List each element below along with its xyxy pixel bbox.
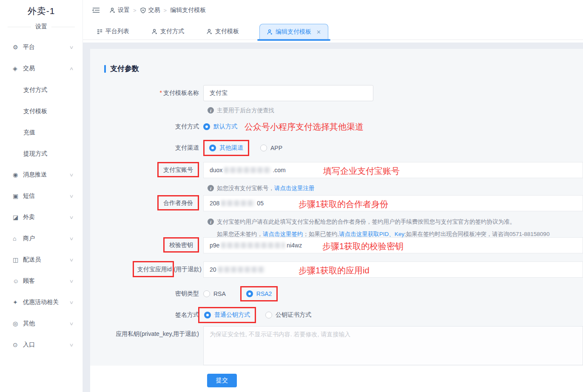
info-icon: i	[208, 219, 214, 225]
private-key-textarea[interactable]: 为保证安全性, 不显示证书内容. 若要修改, 请直接输入	[203, 326, 583, 365]
sign-contract-link[interactable]: 请点击这里签约	[263, 231, 303, 237]
sidebar-item-platform[interactable]: ⚙平台∨	[0, 37, 82, 58]
annotation-check-key: 步骤1获取的校验密钥	[322, 241, 404, 252]
pay-channel-label: 支付渠道	[90, 144, 203, 152]
annotation-pay-channel-tip: 公众号小程序支付选择其他渠道	[245, 121, 364, 133]
info-icon: i	[208, 107, 214, 114]
sidebar-item-trade[interactable]: ◈交易∧	[0, 58, 82, 79]
sidebar-item-courier[interactable]: ◫配送员∨	[0, 249, 82, 270]
redacted-text	[218, 267, 265, 273]
sidebar: 外卖-1 设置 ⚙平台∨◈交易∧支付方式支付模板充值提现方式◉消息推送∨▣短信∨…	[0, 0, 83, 392]
chevron-up-icon: ∧	[69, 66, 74, 71]
partner-id-hint: i 支付宝签约用户请在此处填写支付宝分配给您的合作者身份，签约用户的手续费按照您…	[208, 216, 574, 240]
pay-method-option-default[interactable]: 默认方式	[203, 123, 237, 131]
template-name-label: 支付模板名称	[90, 89, 203, 97]
entrance-icon: ⊙	[13, 341, 23, 348]
sign-type-option-public[interactable]: 普通公钥方式	[198, 307, 256, 323]
key-type-label: 密钥类型	[90, 290, 203, 298]
sign-type-option-cert[interactable]: 公钥证书方式	[265, 311, 311, 319]
menu-fold-icon[interactable]	[92, 7, 100, 14]
breadcrumb-item-0[interactable]: 设置	[109, 6, 130, 14]
sidebar-subitem-trade-3[interactable]: 提现方式	[0, 143, 82, 164]
section-accent-bar	[104, 65, 106, 73]
template-name-input[interactable]: 支付宝	[203, 85, 373, 101]
chevron-down-icon: ∨	[69, 278, 74, 284]
promotion-icon: ✦	[13, 299, 23, 306]
chevron-down-icon: ∨	[69, 300, 74, 305]
app-id-label: 支付宝应用id	[133, 261, 174, 277]
sidebar-subitem-trade-0[interactable]: 支付方式	[0, 79, 82, 100]
list-icon	[97, 28, 103, 35]
sms-icon: ▣	[13, 193, 23, 199]
sidebar-item-takeout[interactable]: ◪外卖∨	[0, 207, 82, 228]
app-id-input[interactable]: 20	[203, 261, 583, 278]
trade-icon: ◈	[13, 65, 23, 72]
chevron-down-icon: ∨	[69, 172, 74, 178]
person-icon	[206, 28, 213, 35]
register-link[interactable]: 请点击这里注册	[274, 185, 315, 191]
key-type-option-rsa2[interactable]: RSA2	[240, 286, 278, 301]
tab-支付方式[interactable]: 支付方式	[150, 23, 186, 40]
chevron-down-icon: ∨	[69, 257, 74, 263]
merchant-icon: ⌂	[13, 235, 23, 242]
tab-编辑支付模板[interactable]: 编辑支付模板✕	[259, 24, 328, 40]
takeout-icon: ◪	[13, 214, 23, 221]
radio-selected-icon[interactable]	[203, 123, 210, 130]
sidebar-item-entrance[interactable]: ⊙入口∨	[0, 334, 82, 355]
partner-id-label: 合作者身份	[157, 195, 199, 210]
breadcrumb-item-2[interactable]: 编辑支付模板	[170, 6, 206, 14]
sidebar-item-promotion[interactable]: ✦优惠活动相关∨	[0, 292, 82, 313]
partner-id-input[interactable]: 208 05	[203, 195, 583, 211]
redacted-text	[224, 167, 271, 173]
breadcrumb-separator: >	[133, 7, 137, 14]
pay-channel-option-app[interactable]: APP	[260, 145, 282, 151]
annotation-partner-id: 步骤1获取的合作者身份	[299, 199, 388, 210]
private-key-label: 应用私钥(private_key,用于退款)	[90, 326, 203, 338]
customer-icon: ☺	[13, 278, 23, 284]
breadcrumb-item-1[interactable]: 交易	[140, 6, 160, 14]
sidebar-item-other[interactable]: ◎其他∨	[0, 313, 82, 334]
radio-selected-icon[interactable]	[204, 312, 211, 318]
get-pid-key-link[interactable]: 请点击这里获取PID、Key	[339, 231, 404, 237]
close-icon[interactable]: ✕	[316, 29, 321, 35]
pay-channel-option-other[interactable]: 其他渠道	[203, 140, 249, 156]
tab-支付模板[interactable]: 支付模板	[205, 23, 241, 40]
section-title: 支付参数	[104, 64, 139, 74]
shield-icon	[140, 7, 146, 14]
sidebar-subitem-trade-2[interactable]: 充值	[0, 122, 82, 143]
header: 设置>交易>编辑支付模板 平台列表支付方式支付模板编辑支付模板✕	[83, 0, 583, 43]
chevron-down-icon: ∨	[69, 236, 74, 241]
sidebar-item-customer[interactable]: ☺顾客∨	[0, 270, 82, 292]
alipay-account-label: 支付宝账号	[157, 162, 199, 177]
radio-selected-icon[interactable]	[246, 290, 253, 297]
key-type-option-rsa[interactable]: RSA	[203, 290, 226, 297]
pay-method-label: 支付方式	[90, 123, 203, 131]
template-name-hint: i 主要用于后台方便查找	[208, 104, 274, 116]
person-icon	[151, 28, 158, 35]
sidebar-item-sms[interactable]: ▣短信∨	[0, 185, 82, 207]
radio-unselected-icon[interactable]	[265, 312, 272, 318]
radio-selected-icon[interactable]	[209, 145, 216, 151]
tab-平台列表[interactable]: 平台列表	[95, 23, 131, 40]
sidebar-item-message-push[interactable]: ◉消息推送∨	[0, 164, 82, 185]
private-key-placeholder: 为保证安全性, 不显示证书内容. 若要修改, 请直接输入	[210, 331, 350, 338]
info-icon: i	[208, 185, 214, 191]
form-footer: 提交	[90, 366, 583, 392]
message-push-icon: ◉	[13, 171, 23, 178]
sidebar-item-merchant[interactable]: ⌂商户∨	[0, 228, 82, 249]
chevron-down-icon: ∨	[69, 342, 74, 348]
chevron-down-icon: ∨	[69, 45, 74, 50]
app-title: 外卖-1	[0, 0, 82, 17]
sidebar-subitem-trade-1[interactable]: 支付模板	[0, 100, 82, 122]
tab-bar: 平台列表支付方式支付模板编辑支付模板✕	[83, 20, 583, 40]
check-key-label: 校验密钥	[163, 237, 199, 253]
main-content: 支付参数 支付模板名称 支付宝 i 主要用于后台方便查找 支付方式 默认方式	[83, 43, 583, 392]
sign-type-label: 签名方式	[90, 311, 203, 319]
radio-unselected-icon[interactable]	[203, 290, 210, 297]
person-icon	[109, 7, 116, 14]
other-icon: ◎	[13, 320, 23, 327]
chevron-down-icon: ∨	[69, 193, 74, 199]
submit-button[interactable]: 提交	[207, 374, 237, 387]
alipay-account-hint: i 如您没有支付宝帐号，请点击这里注册	[208, 182, 315, 194]
radio-unselected-icon[interactable]	[260, 145, 267, 151]
